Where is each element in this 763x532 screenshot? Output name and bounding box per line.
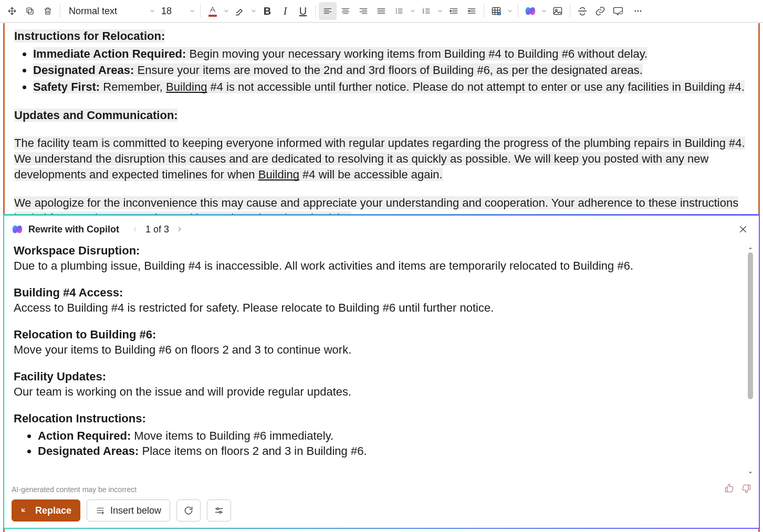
highlight-button[interactable] (231, 2, 249, 20)
svg-rect-0 (28, 9, 33, 14)
svg-point-16 (640, 10, 642, 12)
prev-suggestion-button[interactable] (130, 224, 140, 235)
ai-disclaimer: AI-generated content may be incorrect (12, 485, 137, 494)
indent-decrease-button[interactable] (463, 2, 480, 20)
bold-button[interactable]: B (258, 2, 276, 20)
thumbs-down-button[interactable] (741, 483, 751, 495)
chevron-down-icon[interactable] (222, 8, 231, 14)
copilot-pager: 1 of 3 (130, 224, 185, 235)
chevron-down-icon[interactable] (148, 8, 157, 14)
paragraph-style-value: Normal text (69, 6, 117, 17)
pager-text: 1 of 3 (145, 224, 169, 235)
paragraph: The facility team is committed to keepin… (14, 135, 749, 182)
table-button[interactable]: + (487, 2, 505, 20)
list-item: Immediate Action Required: Begin moving … (33, 46, 749, 62)
chevron-down-icon[interactable] (408, 8, 417, 14)
comment-button[interactable] (609, 2, 627, 20)
copilot-logo-icon (12, 224, 23, 235)
delete-icon[interactable] (39, 2, 57, 20)
svg-text:+: + (498, 12, 500, 15)
regenerate-button[interactable] (176, 499, 201, 522)
copilot-rewrite-panel: Rewrite with Copilot 1 of 3 Workspace Di… (3, 214, 760, 529)
section-heading: Instructions for Relocation: (14, 29, 165, 42)
adjust-button[interactable] (207, 499, 231, 522)
copy-icon[interactable] (21, 2, 39, 20)
font-size-value: 18 (161, 6, 172, 17)
scrollbar[interactable] (745, 244, 756, 477)
list-item: Designated Areas: Place items on floors … (38, 443, 743, 459)
link-button[interactable] (591, 2, 609, 20)
font-color-button[interactable] (204, 2, 222, 20)
replace-label: Replace (35, 505, 71, 516)
paragraph-style-select[interactable]: Normal text (64, 2, 148, 20)
thumbs-up-button[interactable] (724, 483, 735, 495)
copilot-footer: AI-generated content may be incorrect Re… (4, 480, 759, 528)
bullet-list-button[interactable] (390, 2, 408, 20)
sliders-icon (214, 505, 224, 516)
building-link[interactable]: Building (258, 168, 299, 181)
list-item: Designated Areas: Ensure your items are … (33, 62, 749, 78)
numbered-list-button[interactable]: 123 (417, 2, 435, 20)
font-size-select[interactable]: 18 (157, 2, 187, 20)
replace-arrow-icon (20, 506, 30, 515)
strikethrough-button[interactable] (573, 2, 591, 20)
align-left-button[interactable] (319, 2, 337, 20)
align-justify-button[interactable] (372, 2, 390, 20)
move-icon[interactable] (3, 2, 21, 20)
svg-point-4 (396, 13, 397, 14)
svg-point-2 (396, 8, 397, 9)
svg-rect-1 (27, 8, 32, 13)
svg-point-18 (220, 512, 222, 514)
formatting-toolbar: Normal text 18 B I U 123 (0, 0, 763, 23)
chevron-down-icon[interactable] (249, 8, 258, 14)
next-suggestion-button[interactable] (174, 224, 185, 235)
scroll-up-icon[interactable] (745, 244, 756, 252)
underline-button[interactable]: U (294, 2, 312, 20)
refresh-icon (183, 505, 194, 516)
close-button[interactable] (735, 221, 751, 238)
indent-increase-button[interactable] (445, 2, 463, 20)
more-button[interactable] (629, 2, 647, 20)
copilot-title: Rewrite with Copilot (28, 224, 119, 235)
replace-button[interactable]: Replace (12, 499, 80, 522)
section-heading: Updates and Communication: (14, 109, 178, 122)
align-right-button[interactable] (354, 2, 372, 20)
italic-button[interactable]: I (276, 2, 294, 20)
svg-point-15 (637, 10, 639, 12)
scroll-down-icon[interactable] (745, 469, 756, 477)
chevron-down-icon[interactable] (435, 8, 445, 14)
insert-below-button[interactable]: Insert below (87, 499, 170, 522)
copilot-button[interactable] (521, 2, 539, 20)
copilot-suggestion-body: Workspace Disruption: Due to a plumbing … (4, 241, 759, 480)
chevron-down-icon[interactable] (539, 8, 549, 14)
building-link[interactable]: Building (166, 80, 207, 93)
list-item: Action Required: Move items to Building … (38, 428, 743, 443)
svg-point-17 (217, 508, 219, 510)
list-item: Safety First: Remember, Building #4 is n… (33, 79, 749, 95)
align-center-button[interactable] (337, 2, 354, 20)
svg-point-3 (396, 10, 397, 12)
image-button[interactable] (549, 2, 567, 20)
chevron-down-icon[interactable] (505, 8, 515, 14)
copilot-header: Rewrite with Copilot 1 of 3 (4, 216, 759, 241)
svg-rect-11 (554, 7, 562, 14)
svg-text:3: 3 (423, 11, 424, 14)
chevron-down-icon[interactable] (187, 8, 197, 14)
instructions-list: Immediate Action Required: Begin moving … (33, 46, 749, 95)
scroll-thumb[interactable] (748, 252, 753, 399)
svg-point-14 (635, 10, 636, 12)
scroll-track[interactable] (748, 252, 753, 469)
insert-below-label: Insert below (110, 505, 161, 516)
insert-below-icon (96, 506, 105, 515)
